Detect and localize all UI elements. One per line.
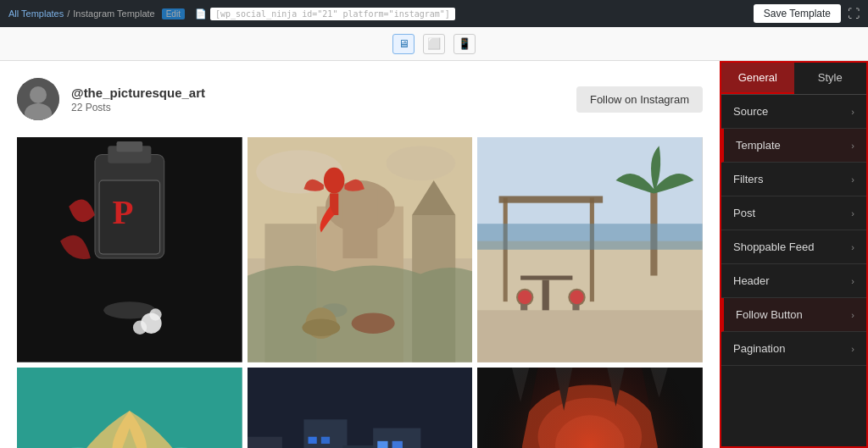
mobile-icon: 📱 [458, 37, 471, 50]
chevron-right-icon: › [851, 141, 854, 151]
main-layout: @the_picturesque_art 22 Posts Follow on … [0, 61, 868, 448]
svg-rect-36 [520, 275, 572, 279]
pagination-label: Pagination [733, 342, 785, 355]
svg-rect-45 [477, 310, 703, 362]
source-label: Source [733, 105, 768, 118]
svg-rect-71 [477, 368, 703, 448]
chevron-right-icon: › [851, 242, 854, 252]
svg-point-42 [518, 290, 531, 304]
sidebar-item-header[interactable]: Header › [721, 264, 866, 298]
svg-rect-37 [542, 280, 549, 315]
chevron-right-icon: › [851, 310, 854, 320]
fullscreen-icon[interactable]: ⛶ [848, 7, 860, 20]
shoppable-feed-label: Shoppable Feed [733, 241, 814, 253]
header-label: Header [733, 274, 770, 287]
svg-point-23 [324, 168, 345, 194]
svg-rect-49 [248, 436, 282, 448]
all-templates-link[interactable]: All Templates [8, 8, 64, 19]
chevron-right-icon: › [851, 276, 854, 286]
svg-rect-62 [392, 441, 402, 448]
sidebar-item-shoppable-feed[interactable]: Shoppable Feed › [721, 230, 866, 264]
desktop-view-button[interactable]: 🖥 [392, 34, 415, 54]
photo-cell-2 [248, 137, 473, 362]
sidebar-tabs: General Style [721, 63, 866, 95]
sidebar-item-post[interactable]: Post › [721, 196, 866, 230]
photo-cell-3 [477, 137, 703, 362]
profile-posts-count: 22 Posts [71, 102, 205, 113]
svg-text:P: P [112, 193, 133, 231]
breadcrumb-current: Instagram Template [73, 8, 154, 19]
post-label: Post [733, 207, 755, 219]
tablet-view-button[interactable]: ⬜ [423, 34, 445, 54]
svg-rect-35 [499, 196, 604, 202]
view-bar: 🖥 ⬜ 📱 [0, 27, 868, 61]
tab-general[interactable]: General [721, 63, 794, 94]
sidebar-item-source[interactable]: Source › [721, 95, 866, 129]
svg-rect-52 [342, 445, 377, 448]
chevron-right-icon: › [851, 107, 854, 117]
save-template-button[interactable]: Save Template [754, 4, 841, 23]
sidebar-item-follow-button[interactable]: Follow Button › [721, 298, 866, 332]
profile-info: @the_picturesque_art 22 Posts [71, 86, 205, 113]
top-bar-right: Save Template ⛶ [754, 4, 860, 23]
photo-grid: P [17, 137, 703, 448]
filters-label: Filters [733, 173, 763, 185]
profile-username: @the_picturesque_art [71, 86, 205, 100]
follow-button-label: Follow Button [736, 308, 803, 321]
svg-point-12 [149, 308, 161, 320]
tab-style[interactable]: Style [794, 63, 867, 94]
chevron-right-icon: › [851, 344, 854, 354]
svg-rect-58 [308, 436, 316, 443]
svg-point-11 [133, 321, 147, 335]
follow-on-instagram-button[interactable]: Follow on Instagram [576, 86, 703, 113]
profile-header: @the_picturesque_art 22 Posts Follow on … [17, 78, 703, 120]
sidebar: General Style Source › Template › Filter… [720, 61, 868, 448]
svg-rect-48 [248, 368, 473, 448]
svg-rect-6 [117, 141, 143, 152]
chevron-right-icon: › [851, 208, 854, 218]
breadcrumb-separator: / [67, 8, 70, 19]
top-bar: All Templates / Instagram Template Edit … [0, 0, 868, 27]
edit-badge[interactable]: Edit [162, 8, 185, 19]
photo-cell-5 [248, 368, 473, 448]
sidebar-item-pagination[interactable]: Pagination › [721, 332, 866, 366]
tablet-icon: ⬜ [427, 37, 441, 50]
photo-cell-6 [477, 368, 703, 448]
sidebar-items: Source › Template › Filters › Post › Sho… [721, 95, 866, 446]
svg-rect-59 [321, 436, 330, 443]
svg-point-22 [386, 146, 455, 180]
sidebar-item-template[interactable]: Template › [721, 129, 866, 163]
breadcrumb: All Templates / Instagram Template Edit … [8, 8, 455, 20]
desktop-icon: 🖥 [398, 37, 409, 50]
feed-area: @the_picturesque_art 22 Posts Follow on … [0, 61, 720, 448]
svg-rect-61 [377, 441, 387, 448]
shortcode-display: [wp_social_ninja id="21" platform="insta… [210, 8, 455, 20]
avatar [17, 78, 59, 120]
svg-point-1 [30, 86, 47, 103]
svg-rect-18 [342, 189, 377, 258]
sidebar-item-filters[interactable]: Filters › [721, 163, 866, 196]
template-label: Template [736, 139, 781, 152]
chevron-right-icon: › [851, 174, 854, 185]
svg-point-43 [570, 290, 584, 304]
svg-rect-51 [303, 419, 347, 448]
photo-cell-4 [17, 368, 242, 448]
mobile-view-button[interactable]: 📱 [453, 34, 476, 54]
profile-left: @the_picturesque_art 22 Posts [17, 78, 205, 120]
svg-rect-44 [477, 224, 703, 250]
photo-cell-1: P [17, 137, 242, 362]
